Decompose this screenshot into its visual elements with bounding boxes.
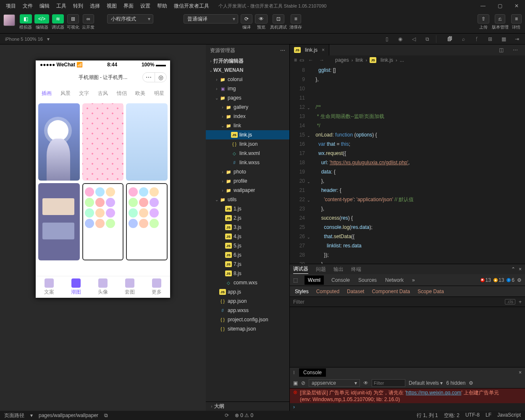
search-icon[interactable]: ⌕: [457, 34, 470, 44]
tree-item[interactable]: JS1.js: [206, 204, 289, 213]
tree-item[interactable]: JS5.js: [206, 241, 289, 250]
editor-tab[interactable]: JSlink.js×: [290, 45, 329, 55]
maximize-button[interactable]: ▢: [491, 0, 508, 12]
inspect-icon[interactable]: ⬚: [293, 277, 298, 283]
forward-icon[interactable]: →: [318, 57, 326, 63]
tree-item[interactable]: ◇comm.wxs: [206, 278, 289, 287]
tree-item[interactable]: #link.wxss: [206, 158, 289, 167]
tree-item[interactable]: ›📁profile: [206, 176, 289, 186]
category-tab[interactable]: 古风: [94, 87, 113, 100]
tree-item[interactable]: ⌄📁pages: [206, 93, 289, 102]
console-filter[interactable]: [372, 379, 405, 387]
toggle-icon[interactable]: ▣: [293, 380, 298, 386]
action-button[interactable]: ⎌: [495, 14, 505, 24]
tree-item[interactable]: ›📁wallpaper: [206, 186, 289, 195]
tree-item[interactable]: { }app.json: [206, 297, 289, 306]
code-editor[interactable]: 89101112⌄131415⌄1617181920⌄2122⌄23242526…: [290, 65, 525, 264]
menu-item[interactable]: 视图: [104, 1, 119, 11]
tree-item[interactable]: ›📁gallery: [206, 102, 289, 112]
list-icon[interactable]: ≡: [294, 57, 297, 63]
action-button[interactable]: ⇧: [478, 14, 489, 24]
tab-network[interactable]: Network: [384, 276, 404, 285]
category-tab[interactable]: 文字: [75, 87, 94, 100]
files-icon[interactable]: 🗐: [444, 34, 456, 44]
tree-item[interactable]: JS7.js: [206, 260, 289, 269]
tabbar-item[interactable]: 文案: [36, 276, 63, 298]
category-tab[interactable]: 情侣: [112, 87, 131, 100]
menu-item[interactable]: 文件: [20, 1, 35, 11]
gear-icon[interactable]: ⚙: [469, 380, 473, 386]
action-button[interactable]: ⟳: [241, 14, 252, 24]
status-item[interactable]: JavaScript: [497, 412, 521, 419]
tab-output[interactable]: 输出: [333, 265, 344, 274]
hidden-count[interactable]: 6 hidden: [446, 380, 465, 386]
tree-item[interactable]: ›▣img: [206, 84, 289, 93]
back-icon[interactable]: ←: [307, 57, 315, 63]
record-icon[interactable]: ◉: [394, 34, 407, 44]
console-prompt[interactable]: ›: [290, 403, 525, 411]
tree-item[interactable]: JSapp.js: [206, 287, 289, 297]
status-item[interactable]: LF: [486, 412, 491, 419]
action-button[interactable]: ≡: [291, 14, 301, 24]
tab-more[interactable]: »: [411, 276, 416, 285]
tabbar-item[interactable]: 头像: [89, 276, 116, 298]
add-icon[interactable]: +: [519, 299, 522, 305]
tabbar-item[interactable]: 潮图: [63, 276, 89, 298]
menu-item[interactable]: 选择: [87, 1, 102, 11]
eye-icon[interactable]: 👁: [363, 380, 368, 386]
tab-sources[interactable]: Sources: [357, 276, 378, 285]
menu-item[interactable]: 工具: [54, 1, 69, 11]
ext-icon[interactable]: ⊞: [484, 34, 496, 44]
menu-item[interactable]: 转到: [71, 1, 86, 11]
tree-item[interactable]: #app.wxss: [206, 306, 289, 315]
device-icon[interactable]: ▯: [381, 34, 393, 44]
tab-wxml[interactable]: Wxml: [304, 276, 324, 285]
category-tab[interactable]: 明星: [150, 87, 168, 100]
more-icon[interactable]: ⋯: [280, 47, 285, 53]
tree-item[interactable]: JS4.js: [206, 232, 289, 241]
avatar[interactable]: [3, 14, 15, 26]
close-button[interactable]: ✕: [508, 0, 525, 12]
chevron-up-icon[interactable]: ⌃: [511, 266, 515, 272]
tree-item[interactable]: JS6.js: [206, 250, 289, 260]
tree-item[interactable]: ›📁index: [206, 112, 289, 121]
category-tab[interactable]: 欧美: [131, 87, 150, 100]
bookmark-icon[interactable]: ▭: [299, 57, 304, 63]
clear-icon[interactable]: ⊘: [301, 380, 305, 386]
tree-item[interactable]: JS8.js: [206, 269, 289, 278]
copy-icon[interactable]: ⧉: [421, 34, 433, 44]
status-item[interactable]: UTF-8: [465, 412, 480, 419]
menu-item[interactable]: 帮助: [155, 1, 170, 11]
cloud-button[interactable]: ∞: [83, 14, 94, 24]
status-item[interactable]: 空格: 2: [444, 412, 459, 419]
compile-dropdown[interactable]: 普通编译: [184, 14, 238, 24]
expand-icon[interactable]: ⁝: [293, 370, 295, 375]
tree-item[interactable]: ›📁colorui: [206, 75, 289, 84]
branch-icon[interactable]: ᚶ: [470, 34, 483, 44]
tab-debugger[interactable]: 调试器: [293, 265, 308, 274]
menu-item[interactable]: 界面: [121, 1, 136, 11]
debugger-button[interactable]: ≋: [52, 14, 64, 24]
wallpaper-card[interactable]: [38, 183, 80, 260]
menu-item[interactable]: 项目: [3, 1, 18, 11]
action-button[interactable]: 👁: [255, 14, 268, 24]
gear-icon[interactable]: ⚙: [517, 277, 522, 283]
simulator-button[interactable]: ◧: [20, 14, 32, 24]
tree-item[interactable]: JS3.js: [206, 223, 289, 232]
tree-item[interactable]: { }link.json: [206, 139, 289, 149]
mode-dropdown[interactable]: 小程序模式: [107, 14, 153, 24]
context-dropdown[interactable]: appservice ▾: [309, 379, 360, 387]
more-icon[interactable]: ⋯: [509, 45, 522, 55]
page-path[interactable]: pages/wallpaper/wallpaper: [39, 412, 98, 418]
close-icon[interactable]: ×: [519, 370, 522, 375]
wallpaper-card[interactable]: [126, 103, 168, 181]
copy-icon[interactable]: ⧉: [104, 412, 108, 418]
tree-item[interactable]: ◇link.wxml: [206, 149, 289, 158]
action-button[interactable]: ≡: [511, 14, 522, 24]
enter-icon[interactable]: ⇥: [511, 34, 523, 44]
tree-item[interactable]: ⌄📁link: [206, 121, 289, 130]
wallpaper-card[interactable]: [82, 103, 124, 181]
close-icon[interactable]: ×: [519, 266, 522, 272]
tree-item[interactable]: ›📁photo: [206, 167, 289, 176]
editor-button[interactable]: </>: [34, 14, 49, 24]
